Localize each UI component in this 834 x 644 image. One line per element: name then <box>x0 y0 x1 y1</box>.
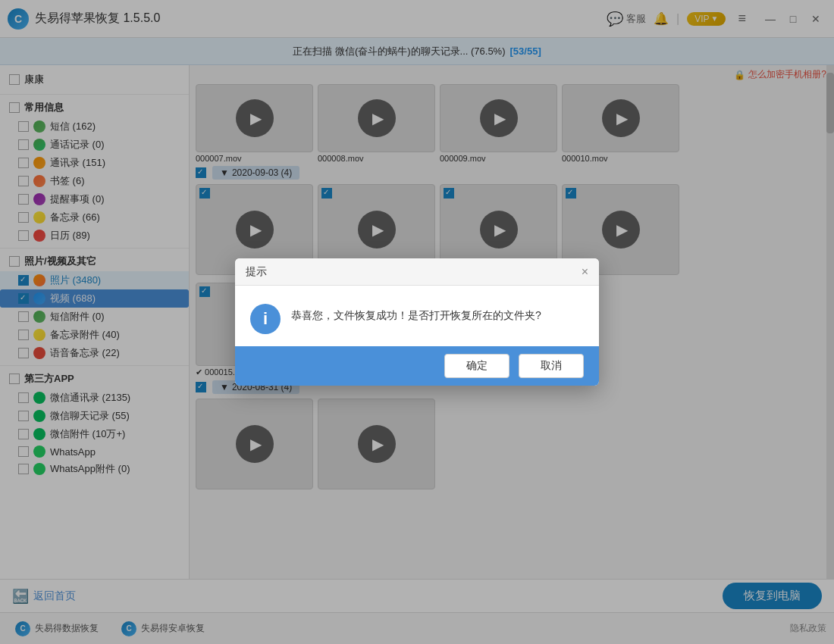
dialog-body: i 恭喜您，文件恢复成功！是否打开恢复所在的文件夹? <box>235 286 599 346</box>
dialog-title-bar: 提示 × <box>235 258 599 286</box>
dialog-footer: 确定 取消 <box>235 346 599 386</box>
dialog-confirm-button[interactable]: 确定 <box>444 354 509 378</box>
dialog-title: 提示 <box>246 265 267 279</box>
dialog-cancel-button[interactable]: 取消 <box>519 354 584 378</box>
info-icon: i <box>250 304 281 334</box>
dialog: 提示 × i 恭喜您，文件恢复成功！是否打开恢复所在的文件夹? 确定 取消 <box>235 258 599 386</box>
dialog-message: 恭喜您，文件恢复成功！是否打开恢复所在的文件夹? <box>291 304 541 325</box>
dialog-close-button[interactable]: × <box>582 265 588 279</box>
dialog-overlay: 提示 × i 恭喜您，文件恢复成功！是否打开恢复所在的文件夹? 确定 取消 <box>0 0 834 644</box>
